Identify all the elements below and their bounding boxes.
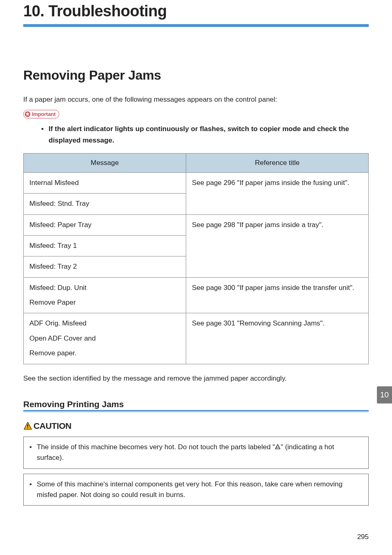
th-reference: Reference title xyxy=(186,153,369,172)
th-message: Message xyxy=(24,153,186,172)
td-msg: Misfeed: Paper Tray xyxy=(24,214,186,235)
td-ref: See page 296 "If paper jams inside the f… xyxy=(186,173,369,215)
subsection-rule-thin xyxy=(23,412,369,412)
important-label: Important xyxy=(23,110,59,118)
hot-surface-icon xyxy=(275,444,281,450)
td-msg: Misfeed: Stnd. Tray xyxy=(24,194,186,214)
td-msg-line: Remove paper. xyxy=(29,348,180,359)
caution-bullet-1: The inside of this machine becomes very … xyxy=(29,442,363,464)
td-ref: See page 301 "Removing Scanning Jams". xyxy=(186,313,369,364)
caution-text: CAUTION xyxy=(33,421,71,431)
table-row: Misfeed: Paper Tray See page 298 "If pap… xyxy=(24,214,369,235)
td-msg: Misfeed: Tray 2 xyxy=(24,256,186,277)
td-msg: Misfeed: Tray 1 xyxy=(24,236,186,256)
page: 10. Troubleshooting Removing Paper Jams … xyxy=(0,0,392,555)
chapter-rule xyxy=(23,24,369,27)
subsection-rule xyxy=(23,410,369,411)
svg-rect-1 xyxy=(27,424,28,427)
caution-box-1: The inside of this machine becomes very … xyxy=(23,437,369,469)
thumb-tab: 10 xyxy=(377,386,392,403)
td-msg-line: Open ADF Cover and xyxy=(29,333,180,344)
chapter-title: 10. Troubleshooting xyxy=(23,0,369,24)
table-header-row: Message Reference title xyxy=(24,153,369,172)
important-bullets: If the alert indicator lights up continu… xyxy=(23,123,369,145)
td-msg: ADF Orig. Misfeed Open ADF Cover and Rem… xyxy=(24,313,186,364)
table-row: ADF Orig. Misfeed Open ADF Cover and Rem… xyxy=(24,313,369,364)
td-ref: See page 300 "If paper jams inside the t… xyxy=(186,277,369,313)
td-msg-line: ADF Orig. Misfeed xyxy=(29,318,180,329)
section-title: Removing Paper Jams xyxy=(23,68,369,83)
after-table-text: See the section identified by the messag… xyxy=(23,373,369,384)
table-row: Internal Misfeed See page 296 "If paper … xyxy=(24,173,369,194)
table-row: Misfeed: Dup. Unit Remove Paper See page… xyxy=(24,277,369,313)
caution-label: CAUTION xyxy=(23,421,71,431)
caution-1-pre: The inside of this machine becomes very … xyxy=(37,443,275,451)
td-msg-line: Remove Paper xyxy=(29,297,180,308)
section-intro: If a paper jam occurs, one of the follow… xyxy=(23,94,369,105)
important-text: Important xyxy=(32,111,56,117)
star-icon xyxy=(24,111,31,117)
subsection-title: Removing Printing Jams xyxy=(23,399,369,409)
td-ref: See page 298 "If paper jams inside a tra… xyxy=(186,214,369,277)
td-msg-line: Misfeed: Dup. Unit xyxy=(29,283,180,293)
important-bullet-1: If the alert indicator lights up continu… xyxy=(41,123,369,145)
caution-box-2: Some of this machine's internal componen… xyxy=(23,474,369,506)
td-msg: Misfeed: Dup. Unit Remove Paper xyxy=(24,277,186,313)
warning-triangle-icon xyxy=(23,421,32,430)
message-table: Message Reference title Internal Misfeed… xyxy=(23,153,369,364)
svg-rect-2 xyxy=(27,428,28,428)
caution-bullet-2: Some of this machine's internal componen… xyxy=(29,479,363,501)
page-number: 295 xyxy=(357,533,369,541)
td-msg: Internal Misfeed xyxy=(24,173,186,194)
